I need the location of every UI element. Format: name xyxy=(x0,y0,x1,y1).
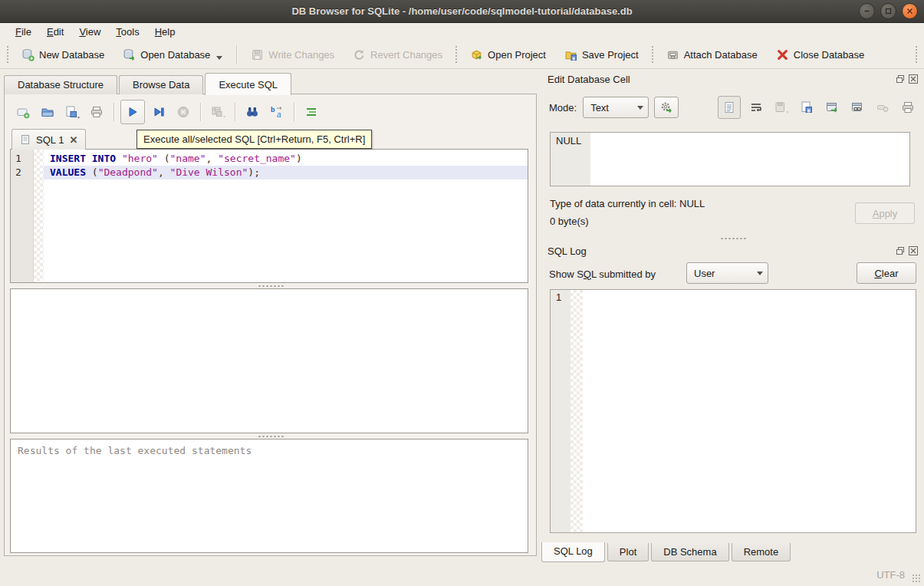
export-data-button[interactable] xyxy=(822,97,842,117)
combo-caret-icon xyxy=(752,263,768,283)
submitted-by-combobox[interactable]: User xyxy=(686,262,768,284)
print-cell-button[interactable] xyxy=(898,97,918,117)
open-project-label: Open Project xyxy=(488,49,546,61)
tab-execute-sql[interactable]: Execute SQL xyxy=(205,73,291,95)
new-database-button[interactable]: New Database xyxy=(15,44,111,65)
find-replace-icon: b a xyxy=(270,105,284,119)
toolbar-handle[interactable] xyxy=(6,45,9,64)
dock-tab-plot[interactable]: Plot xyxy=(607,543,649,561)
editor-splitter[interactable] xyxy=(5,283,536,288)
execute-current-line-button[interactable] xyxy=(148,101,169,123)
save-as-button[interactable] xyxy=(797,97,817,117)
toolbar-handle[interactable] xyxy=(651,45,654,64)
dock-tab-bar: SQL Log Plot DB Schema Remote xyxy=(541,543,793,562)
close-panel-icon[interactable] xyxy=(909,246,918,255)
apply-auto-button[interactable] xyxy=(654,97,679,118)
main-toolbar: New Database Open Database Write Changes… xyxy=(0,41,924,69)
menu-view[interactable]: View xyxy=(71,25,108,39)
dock-tab-db-schema[interactable]: DB Schema xyxy=(651,543,728,561)
dock-tab-remote[interactable]: Remote xyxy=(732,543,791,561)
sql-log-view[interactable]: 1 xyxy=(550,289,916,533)
dock-tab-sql-log[interactable]: SQL Log xyxy=(541,542,605,562)
save-sql-file-button[interactable] xyxy=(61,101,83,123)
menu-edit[interactable]: Edit xyxy=(39,25,71,39)
attach-database-button[interactable]: Attach Database xyxy=(659,44,765,65)
close-button[interactable] xyxy=(902,3,918,19)
write-changes-label: Write Changes xyxy=(268,49,334,61)
filter-label: Show SQL submitted by xyxy=(549,268,656,280)
menu-tools[interactable]: Tools xyxy=(108,25,146,39)
cell-value-editor[interactable]: NULL xyxy=(550,132,910,186)
toolbar-handle[interactable] xyxy=(455,45,458,64)
sql-log-header: SQL Log xyxy=(541,242,924,259)
format-sql-button[interactable] xyxy=(301,101,322,123)
results-message-panel[interactable]: Results of the last executed statements xyxy=(10,439,528,553)
close-database-button[interactable]: Close Database xyxy=(769,44,872,65)
find-button[interactable] xyxy=(242,101,263,123)
find-replace-button[interactable]: b a xyxy=(266,101,288,123)
clear-log-button[interactable]: Clear xyxy=(857,262,916,284)
close-database-icon xyxy=(776,48,789,61)
maximize-button[interactable] xyxy=(880,3,896,19)
sql-log-filter-row: Show SQL submitted by User Clear xyxy=(549,262,916,285)
tab-database-structure[interactable]: Database Structure xyxy=(4,75,117,94)
text-mode-button[interactable] xyxy=(718,96,741,119)
minimize-button[interactable] xyxy=(859,3,875,19)
tab-browse-data[interactable]: Browse Data xyxy=(119,75,203,94)
float-panel-icon[interactable] xyxy=(896,246,905,255)
save-results-button xyxy=(207,101,229,123)
sql-tab-bar: SQL 1 ✕ xyxy=(12,129,86,150)
apply-button: Apply xyxy=(855,202,915,224)
close-database-label: Close Database xyxy=(794,49,865,61)
cell-size-info: 0 byte(s) xyxy=(550,216,589,227)
log-fold-margin xyxy=(571,290,583,532)
right-dock: Edit Database Cell Mode: Text xyxy=(541,69,924,564)
results-placeholder: Results of the last executed statements xyxy=(18,445,252,456)
format-sql-icon xyxy=(304,105,318,119)
float-panel-icon[interactable] xyxy=(896,74,905,84)
open-sql-file-button[interactable] xyxy=(37,101,58,123)
open-database-icon xyxy=(123,48,136,61)
cell-editor-title: Edit Database Cell xyxy=(547,74,892,85)
attach-database-label: Attach Database xyxy=(684,49,758,61)
mode-label: Mode: xyxy=(549,102,577,114)
revert-changes-icon xyxy=(353,48,366,61)
dock-splitter[interactable] xyxy=(541,237,924,240)
sql-toolbar-separator xyxy=(200,103,201,121)
line-number: 2 xyxy=(15,166,33,179)
sql-log-title: SQL Log xyxy=(547,245,892,257)
cell-type-info: Type of data currently in cell: NULL xyxy=(550,198,705,209)
save-as-icon xyxy=(800,100,814,114)
sql-1-tab[interactable]: SQL 1 ✕ xyxy=(12,129,86,150)
execute-all-button[interactable] xyxy=(120,100,145,124)
save-project-icon xyxy=(564,48,577,61)
svg-text:a: a xyxy=(277,110,281,119)
stop-execution-button xyxy=(173,101,194,123)
mode-combobox[interactable]: Text xyxy=(583,97,649,118)
write-changes-icon xyxy=(251,48,264,61)
open-project-button[interactable]: Open Project xyxy=(463,44,553,65)
sql-tab-label: SQL 1 xyxy=(36,134,64,146)
open-database-dropdown-icon[interactable] xyxy=(216,56,222,60)
word-wrap-button[interactable] xyxy=(746,97,766,117)
save-project-button[interactable]: Save Project xyxy=(557,44,646,65)
window-resize-grip[interactable] xyxy=(912,574,922,584)
menu-help[interactable]: Help xyxy=(147,25,183,39)
execute-tooltip: Execute all/selected SQL [Ctrl+Return, F… xyxy=(136,130,372,149)
set-null-icon xyxy=(876,100,889,114)
open-tab-button[interactable] xyxy=(12,101,34,123)
status-bar: UTF-8 xyxy=(0,564,924,586)
link-data-button[interactable] xyxy=(847,97,867,117)
code-area[interactable]: INSERT INTO "hero" ("name", "secret_name… xyxy=(44,150,528,282)
open-database-button[interactable]: Open Database xyxy=(116,44,229,65)
results-splitter[interactable] xyxy=(5,433,536,439)
close-panel-icon[interactable] xyxy=(909,74,918,84)
sql-toolbar-separator xyxy=(113,103,114,121)
results-grid-panel[interactable] xyxy=(10,288,528,433)
close-tab-icon[interactable]: ✕ xyxy=(69,134,77,146)
menu-file[interactable]: File xyxy=(8,25,39,39)
cell-editor-header: Edit Database Cell xyxy=(541,71,924,87)
code-line-1: INSERT INTO "hero" ("name", "secret_name… xyxy=(44,152,528,166)
print-sql-button[interactable] xyxy=(86,101,107,123)
toolbar-handle[interactable] xyxy=(915,45,918,64)
